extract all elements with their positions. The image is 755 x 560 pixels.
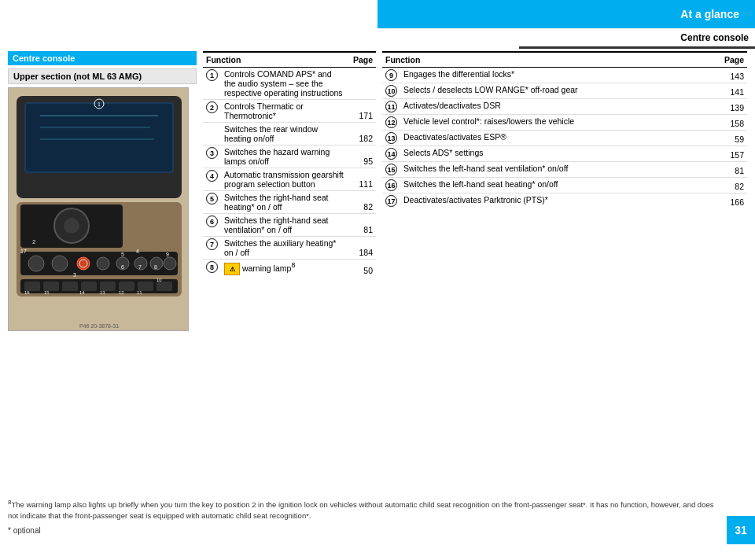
row-number: 7 — [203, 237, 221, 260]
warning-lamp-icon: ⚠ — [224, 263, 240, 275]
row-page — [348, 68, 376, 100]
svg-text:6: 6 — [121, 264, 124, 270]
header-title: At a glance — [680, 8, 739, 20]
row-text: Switches the right-hand seat heating* on… — [221, 191, 348, 214]
svg-text:4: 4 — [136, 249, 139, 254]
number-circle: 9 — [385, 69, 397, 81]
row-text: Activates/deactivates DSR — [400, 99, 719, 115]
car-console-image: 1 2 — [8, 87, 189, 331]
row-text: Selects / deselects LOW RANGE* off-road … — [400, 83, 719, 99]
row-page: 141 — [719, 83, 747, 99]
svg-text:7: 7 — [138, 264, 142, 270]
row-page: 184 — [348, 237, 376, 260]
number-circle: 8 — [206, 261, 218, 273]
row-page: 95 — [348, 146, 376, 168]
row-page: 82 — [719, 178, 747, 193]
row-text: Vehicle level control*: raises/lowers th… — [400, 115, 719, 131]
number-circle: 10 — [385, 85, 397, 97]
table-row: 10Selects / deselects LOW RANGE* off-roa… — [382, 83, 747, 99]
svg-text:13: 13 — [100, 290, 105, 295]
number-circle: 14 — [385, 148, 397, 160]
row-text: Automatic transmission gearshift program… — [221, 168, 348, 191]
footnote-8: 8The warning lamp also lights up briefly… — [8, 498, 716, 521]
svg-text:17: 17 — [20, 249, 27, 254]
row-page: 157 — [719, 146, 747, 162]
number-circle: 12 — [385, 116, 397, 128]
section-title: Centre console — [680, 32, 749, 43]
number-circle: 16 — [385, 179, 397, 191]
middle-function-table: Function Page 1Controls COMAND APS* and … — [203, 51, 376, 277]
row-page: 143 — [719, 68, 747, 83]
row-page: 158 — [719, 115, 747, 131]
svg-text:P46 20-3878-31: P46 20-3878-31 — [79, 323, 119, 329]
row-text: ⚠ warning lamp8 — [221, 260, 348, 277]
right-col-function: Function — [382, 52, 719, 68]
number-circle: 4 — [206, 170, 218, 182]
table-row: 12Vehicle level control*: raises/lowers … — [382, 115, 747, 131]
row-text: Switches the hazard warning lamps on/off — [221, 146, 348, 168]
svg-text:2: 2 — [32, 238, 36, 245]
table-row: 17Deactivates/activates Parktronic (PTS)… — [382, 193, 747, 209]
table-row: 14Selects ADS* settings157 — [382, 146, 747, 162]
table-row: 6Switches the right-hand seat ventilatio… — [203, 214, 376, 237]
main-content: Centre console Upper section (not ML 63 … — [8, 51, 747, 505]
svg-rect-26 — [62, 282, 78, 291]
console-svg: 1 2 — [9, 88, 189, 331]
page-number-box: 31 — [727, 516, 755, 544]
svg-text:14: 14 — [79, 290, 85, 295]
number-circle: 13 — [385, 132, 397, 144]
svg-point-15 — [28, 256, 44, 271]
row-page: 166 — [719, 193, 747, 209]
row-number: 5 — [203, 191, 221, 214]
row-text: Deactivates/activates ESP® — [400, 131, 719, 146]
row-text: Engages the differential locks* — [400, 68, 719, 83]
row-text: Switches the right-hand seat ventilation… — [221, 214, 348, 237]
row-number: 14 — [382, 146, 400, 162]
svg-rect-3 — [26, 104, 172, 171]
number-circle: 11 — [385, 101, 397, 112]
svg-text:1: 1 — [98, 101, 101, 107]
svg-text:8: 8 — [154, 264, 157, 270]
table-row: 7Switches the auxiliary heating* on / of… — [203, 237, 376, 260]
table-row: 15Switches the left-hand seat ventilatio… — [382, 162, 747, 178]
footnote-area: 8The warning lamp also lights up briefly… — [8, 498, 716, 536]
row-page: 50 — [348, 260, 376, 277]
page-number: 31 — [735, 524, 747, 536]
table-row: 1Controls COMAND APS* and the audio syst… — [203, 68, 376, 100]
row-page: 111 — [348, 168, 376, 191]
number-circle: 5 — [206, 193, 218, 204]
number-circle: 17 — [385, 195, 397, 207]
number-circle: 15 — [385, 164, 397, 175]
row-text: Switches the rear window heating on/off — [221, 123, 348, 146]
footnote-optional: * optional — [8, 525, 716, 536]
row-text: Switches the auxiliary heating* on / off — [221, 237, 348, 260]
row-number: 12 — [382, 115, 400, 131]
svg-text:12: 12 — [119, 290, 124, 295]
row-number: 8 — [203, 260, 221, 277]
right-table-container: Function Page 9Engages the differential … — [382, 51, 747, 505]
row-number: 15 — [382, 162, 400, 178]
row-number: 6 — [203, 214, 221, 237]
table-row: 5Switches the right-hand seat heating* o… — [203, 191, 376, 214]
row-page: 81 — [348, 214, 376, 237]
row-text: Selects ADS* settings — [400, 146, 719, 162]
table-row: 13Deactivates/activates ESP®59 — [382, 131, 747, 146]
svg-point-12 — [64, 218, 79, 234]
row-number: 16 — [382, 178, 400, 193]
section-title-area: Centre console — [519, 28, 755, 47]
svg-text:3: 3 — [73, 272, 76, 278]
svg-point-17 — [77, 257, 90, 270]
table-row: 8⚠ warning lamp850 — [203, 260, 376, 277]
table-row: 9Engages the differential locks*143 — [382, 68, 747, 83]
row-text: Deactivates/activates Parktronic (PTS)* — [400, 193, 719, 209]
row-text: Controls Thermatic or Thermotronic* — [221, 100, 348, 123]
row-number: 9 — [382, 68, 400, 83]
svg-text:9: 9 — [166, 252, 169, 257]
svg-rect-31 — [157, 282, 172, 291]
table-row: 4Automatic transmission gearshift progra… — [203, 168, 376, 191]
row-number: 13 — [382, 131, 400, 146]
row-page: 82 — [348, 191, 376, 214]
svg-point-18 — [97, 257, 109, 270]
table-row: 16Switches the left-hand seat heating* o… — [382, 178, 747, 193]
upper-section-label: Upper section (not ML 63 AMG) — [8, 68, 197, 84]
